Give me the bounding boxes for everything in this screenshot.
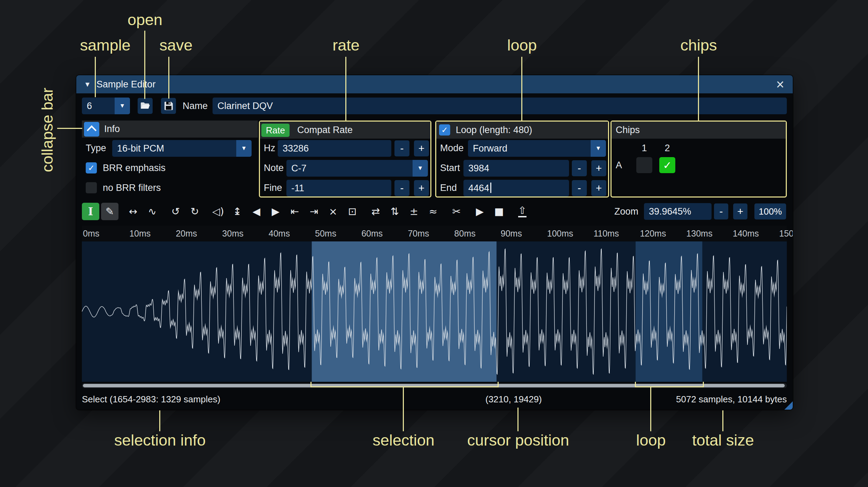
normalize-button[interactable]: ↨: [229, 203, 246, 220]
create-wavetable-button[interactable]: ⇧: [514, 203, 531, 220]
mode-label: Mode: [440, 140, 464, 156]
redo-button[interactable]: ↻: [186, 203, 203, 220]
ruler-tick: 40ms: [269, 229, 290, 239]
rate-badge[interactable]: Rate: [261, 124, 290, 137]
annotation-sample: sample: [80, 36, 130, 54]
brr-emphasis-checkbox[interactable]: ✓: [86, 162, 97, 173]
waveform-canvas[interactable]: [82, 241, 787, 382]
zoom-input[interactable]: 39.9645%: [644, 203, 712, 220]
loop-end-input[interactable]: 4464: [463, 180, 569, 196]
crossfade-loop-button[interactable]: ✂: [448, 203, 465, 220]
trim-button[interactable]: ⊡: [344, 203, 361, 220]
zoom-reset-button[interactable]: 100%: [754, 203, 786, 219]
close-icon[interactable]: ×: [773, 75, 788, 93]
loop-enabled-checkbox[interactable]: ✓: [439, 124, 450, 136]
ruler-tick: 90ms: [501, 229, 522, 239]
delete-button[interactable]: ×: [324, 203, 342, 220]
stop-preview-icon: ■: [494, 206, 504, 217]
loop-end-plus-button[interactable]: +: [591, 180, 606, 196]
fine-input[interactable]: -11: [286, 180, 391, 196]
window-collapse-icon[interactable]: ▼: [84, 80, 91, 88]
collapse-info-button[interactable]: [84, 122, 99, 137]
resample-button[interactable]: ∿: [144, 203, 161, 220]
apply-silence-icon: ⇥: [310, 206, 318, 217]
note-select[interactable]: C-7 ▼: [286, 160, 428, 177]
fine-value: -11: [291, 183, 304, 193]
fade-in-button[interactable]: ◀: [248, 203, 265, 220]
hz-plus-button[interactable]: +: [414, 140, 429, 156]
edit-mode-draw-button[interactable]: ✎: [101, 203, 118, 220]
loop-start-plus-button[interactable]: +: [591, 160, 606, 176]
sample-select-value: 6: [87, 101, 92, 111]
delete-icon: ×: [329, 206, 337, 217]
no-brr-filters-label: no BRR filters: [103, 180, 161, 196]
sample-editor-window: ▼ Sample Editor × 6 ▼: [76, 75, 793, 410]
annotation-cursor-position: cursor position: [467, 431, 569, 449]
titlebar[interactable]: ▼ Sample Editor ×: [76, 75, 793, 93]
chip-a2-checkbox[interactable]: ✓: [659, 157, 675, 173]
chevron-down-icon[interactable]: ▼: [236, 140, 252, 157]
ruler-tick: 150: [779, 229, 793, 239]
loop-mode-select[interactable]: Forward ▼: [468, 140, 606, 157]
invert-icon: ⇅: [391, 206, 399, 217]
sign-invert-icon: ±: [410, 206, 418, 217]
edit-mode-select-icon: I: [88, 205, 93, 218]
zoom-in-button[interactable]: +: [733, 203, 747, 219]
zoom-out-button[interactable]: -: [714, 203, 728, 219]
reverse-button[interactable]: ⇄: [367, 203, 384, 220]
chevron-down-icon[interactable]: ▼: [591, 140, 606, 157]
apply-filter-button[interactable]: ≈: [424, 203, 442, 220]
zoom-value: 39.9645%: [649, 206, 691, 217]
hz-value: 33286: [283, 143, 309, 154]
ruler-tick: 60ms: [361, 229, 383, 239]
preview-button[interactable]: ▶: [471, 203, 489, 220]
chevron-down-icon[interactable]: ▼: [413, 160, 428, 177]
annotation-chips: chips: [680, 36, 717, 54]
check-icon: ✓: [441, 125, 448, 135]
loop-panel: ✓ Loop (length: 480) Mode Forward ▼ Star…: [435, 121, 609, 198]
rate-panel-header: Rate Compat Rate: [260, 122, 430, 139]
amplify-button[interactable]: ◁): [209, 203, 227, 220]
ruler-tick: 20ms: [176, 229, 197, 239]
window-resize-grip[interactable]: [784, 401, 793, 410]
edit-mode-select-button[interactable]: I: [82, 203, 99, 220]
annotation-line-selection-info: [159, 410, 160, 431]
rate-panel: Rate Compat Rate Hz 33286 - + Note C-7 ▼…: [259, 121, 431, 198]
screenshot-stage: ▼ Sample Editor × 6 ▼: [0, 0, 868, 487]
open-sample-button[interactable]: [138, 98, 153, 114]
hz-minus-button[interactable]: -: [394, 140, 409, 156]
waveform-area[interactable]: [82, 241, 787, 382]
chips-panel: Chips 1 2 A ✓: [610, 121, 787, 198]
open-folder-icon: [140, 102, 150, 110]
insert-silence-button[interactable]: ⇤: [286, 203, 304, 220]
loop-start-minus-button[interactable]: -: [572, 160, 587, 176]
apply-silence-button[interactable]: ⇥: [305, 203, 323, 220]
fine-plus-button[interactable]: +: [414, 180, 429, 196]
loop-end-minus-button[interactable]: -: [572, 180, 587, 196]
stop-preview-button[interactable]: ■: [490, 203, 508, 220]
undo-button[interactable]: ↺: [167, 203, 184, 220]
chips-col-1-label: 1: [636, 140, 652, 156]
fine-minus-button[interactable]: -: [394, 180, 409, 196]
chevron-down-icon[interactable]: ▼: [115, 98, 130, 114]
ruler-tick: 110ms: [593, 229, 619, 239]
crossfade-loop-icon: ✂: [452, 206, 461, 217]
resize-button[interactable]: ↔: [124, 203, 142, 220]
chip-a1-checkbox[interactable]: [636, 157, 652, 173]
info-panel-header: Info: [82, 121, 258, 138]
ruler-tick: 130ms: [686, 229, 713, 239]
sample-type-select[interactable]: 16-bit PCM ▼: [112, 140, 252, 157]
hz-input[interactable]: 33286: [278, 140, 391, 157]
brr-emphasis-label: BRR emphasis: [103, 160, 166, 176]
fade-out-button[interactable]: ▶: [267, 203, 284, 220]
sample-select[interactable]: 6 ▼: [82, 98, 130, 114]
sign-invert-button[interactable]: ±: [405, 203, 423, 220]
chips-row-a-label: A: [616, 157, 622, 173]
save-sample-button[interactable]: [161, 98, 176, 114]
no-brr-filters-checkbox[interactable]: [86, 182, 97, 193]
loop-start-input[interactable]: 3984: [463, 160, 569, 177]
name-label: Name: [183, 98, 208, 114]
invert-button[interactable]: ⇅: [386, 203, 404, 220]
sample-name-input[interactable]: Clarinet DQV: [213, 98, 787, 114]
loop-start-value: 3984: [468, 163, 489, 173]
